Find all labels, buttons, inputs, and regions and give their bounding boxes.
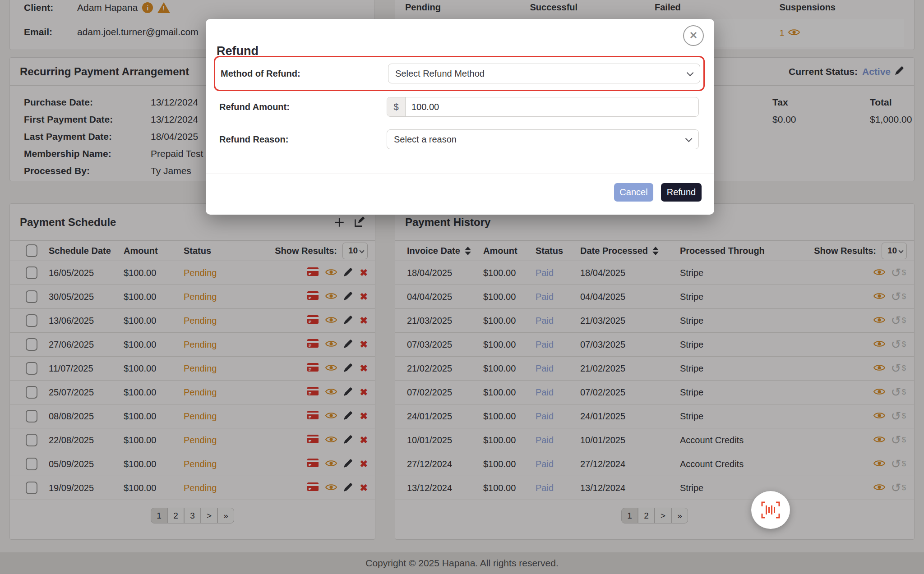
refund-button[interactable]: Refund	[661, 183, 702, 202]
refund-reason-label: Refund Reason:	[219, 134, 288, 145]
refund-amount-input[interactable]	[406, 97, 698, 116]
modal-divider	[206, 174, 714, 174]
barcode-scan-fab[interactable]	[751, 491, 790, 529]
chevron-down-icon	[687, 69, 694, 76]
refund-method-select[interactable]: Select Refund Method	[388, 64, 700, 83]
refund-reason-select[interactable]: Select a reason	[387, 129, 699, 149]
cancel-button[interactable]: Cancel	[614, 183, 653, 202]
method-of-refund-label: Method of Refund:	[221, 69, 300, 79]
refund-amount-field: $	[387, 97, 699, 117]
barcode-icon	[761, 501, 781, 519]
refund-amount-label: Refund Amount:	[219, 102, 290, 112]
close-icon[interactable]: ✕	[683, 25, 704, 46]
currency-prefix: $	[387, 97, 406, 116]
chevron-down-icon	[685, 135, 693, 142]
refund-reason-value: Select a reason	[394, 134, 457, 145]
refund-modal: Refund ✕ Method of Refund: Select Refund…	[206, 19, 714, 215]
refund-method-value: Select Refund Method	[395, 69, 485, 79]
method-of-refund-row: Method of Refund: Select Refund Method	[214, 56, 705, 91]
